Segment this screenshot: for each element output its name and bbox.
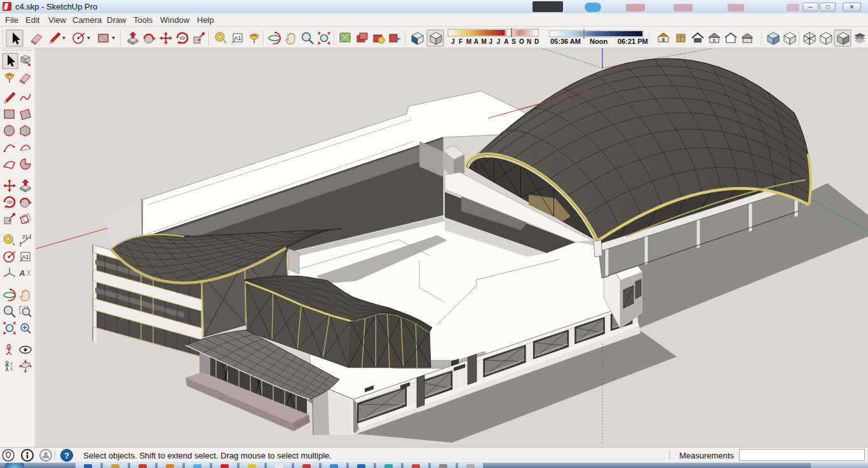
svg-text:N: N xyxy=(527,38,531,45)
svg-text:?: ? xyxy=(64,451,69,460)
svg-text:Noon: Noon xyxy=(590,38,607,45)
svg-text:05:36 AM: 05:36 AM xyxy=(550,38,581,45)
svg-text:D: D xyxy=(534,38,539,45)
svg-text:J: J xyxy=(489,38,493,45)
svg-text:21: 21 xyxy=(22,234,28,240)
svg-text:J: J xyxy=(451,38,455,45)
svg-text:F: F xyxy=(459,38,463,45)
svg-text:M: M xyxy=(466,38,471,45)
svg-text:M: M xyxy=(482,38,487,45)
svg-text:J: J xyxy=(496,38,500,45)
svg-text:A: A xyxy=(474,38,478,45)
svg-text:S: S xyxy=(512,38,516,45)
svg-text:06:21 PM: 06:21 PM xyxy=(618,38,648,45)
svg-text:O: O xyxy=(519,38,524,45)
svg-text:A: A xyxy=(504,38,508,45)
